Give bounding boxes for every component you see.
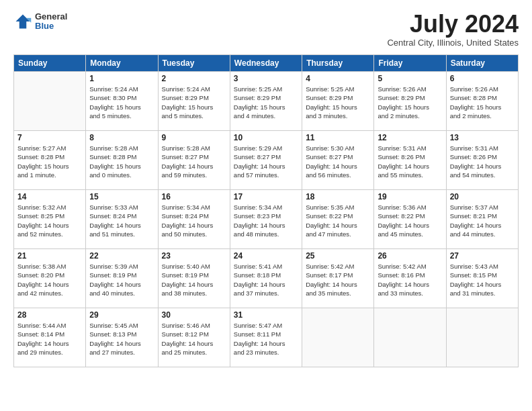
day-info: Sunrise: 5:24 AM Sunset: 8:30 PM Dayligh… xyxy=(89,85,154,120)
day-cell: 16Sunrise: 5:34 AM Sunset: 8:24 PM Dayli… xyxy=(158,190,230,249)
day-cell: 8Sunrise: 5:28 AM Sunset: 8:28 PM Daylig… xyxy=(86,131,158,190)
header: General Blue July 2024 Central City, Ill… xyxy=(13,12,519,48)
day-cell: 7Sunrise: 5:27 AM Sunset: 8:28 PM Daylig… xyxy=(14,131,86,190)
day-cell: 25Sunrise: 5:42 AM Sunset: 8:17 PM Dayli… xyxy=(302,249,374,308)
day-cell: 3Sunrise: 5:25 AM Sunset: 8:29 PM Daylig… xyxy=(230,72,302,131)
day-info: Sunrise: 5:38 AM Sunset: 8:20 PM Dayligh… xyxy=(17,262,82,298)
day-info: Sunrise: 5:32 AM Sunset: 8:25 PM Dayligh… xyxy=(17,203,82,238)
header-wednesday: Wednesday xyxy=(230,55,302,72)
logo-blue: Blue xyxy=(35,21,67,31)
day-cell: 6Sunrise: 5:26 AM Sunset: 8:28 PM Daylig… xyxy=(446,72,518,131)
day-info: Sunrise: 5:39 AM Sunset: 8:19 PM Dayligh… xyxy=(89,262,154,298)
svg-marker-0 xyxy=(16,15,30,29)
day-info: Sunrise: 5:42 AM Sunset: 8:16 PM Dayligh… xyxy=(378,262,442,298)
day-cell: 5Sunrise: 5:26 AM Sunset: 8:29 PM Daylig… xyxy=(374,72,446,131)
day-info: Sunrise: 5:33 AM Sunset: 8:24 PM Dayligh… xyxy=(89,203,154,238)
day-number: 1 xyxy=(89,74,154,83)
calendar-page: General Blue July 2024 Central City, Ill… xyxy=(0,0,532,411)
day-number: 19 xyxy=(378,192,442,201)
day-number: 11 xyxy=(306,133,370,142)
day-info: Sunrise: 5:31 AM Sunset: 8:26 PM Dayligh… xyxy=(450,144,515,179)
day-number: 3 xyxy=(234,74,298,83)
day-info: Sunrise: 5:27 AM Sunset: 8:28 PM Dayligh… xyxy=(17,144,82,179)
day-number: 15 xyxy=(89,192,154,201)
day-info: Sunrise: 5:28 AM Sunset: 8:27 PM Dayligh… xyxy=(162,144,226,179)
logo-general: General xyxy=(35,12,67,21)
day-number: 5 xyxy=(378,74,442,83)
day-number: 7 xyxy=(17,133,82,142)
day-number: 23 xyxy=(162,251,226,261)
day-number: 27 xyxy=(450,251,515,261)
day-cell xyxy=(374,308,446,367)
day-cell xyxy=(446,308,518,367)
day-info: Sunrise: 5:47 AM Sunset: 8:11 PM Dayligh… xyxy=(234,321,298,357)
day-cell: 14Sunrise: 5:32 AM Sunset: 8:25 PM Dayli… xyxy=(14,190,86,249)
day-cell: 22Sunrise: 5:39 AM Sunset: 8:19 PM Dayli… xyxy=(86,249,158,308)
logo: General Blue xyxy=(13,12,67,32)
day-cell: 29Sunrise: 5:45 AM Sunset: 8:13 PM Dayli… xyxy=(86,308,158,367)
day-info: Sunrise: 5:26 AM Sunset: 8:29 PM Dayligh… xyxy=(378,85,442,120)
day-cell: 26Sunrise: 5:42 AM Sunset: 8:16 PM Dayli… xyxy=(374,249,446,308)
day-info: Sunrise: 5:25 AM Sunset: 8:29 PM Dayligh… xyxy=(234,85,298,120)
header-tuesday: Tuesday xyxy=(158,55,230,72)
calendar-table: SundayMondayTuesdayWednesdayThursdayFrid… xyxy=(13,54,519,367)
day-info: Sunrise: 5:40 AM Sunset: 8:19 PM Dayligh… xyxy=(162,262,226,298)
logo-icon xyxy=(13,12,32,31)
day-number: 25 xyxy=(306,251,370,261)
day-info: Sunrise: 5:45 AM Sunset: 8:13 PM Dayligh… xyxy=(89,321,154,357)
location: Central City, Illinois, United States xyxy=(387,38,519,48)
header-friday: Friday xyxy=(374,55,446,72)
day-cell: 24Sunrise: 5:41 AM Sunset: 8:18 PM Dayli… xyxy=(230,249,302,308)
day-info: Sunrise: 5:28 AM Sunset: 8:28 PM Dayligh… xyxy=(89,144,154,179)
day-number: 12 xyxy=(378,133,442,142)
day-info: Sunrise: 5:41 AM Sunset: 8:18 PM Dayligh… xyxy=(234,262,298,298)
day-cell xyxy=(14,72,86,131)
day-number: 4 xyxy=(306,74,370,83)
day-cell: 4Sunrise: 5:25 AM Sunset: 8:29 PM Daylig… xyxy=(302,72,374,131)
day-info: Sunrise: 5:34 AM Sunset: 8:23 PM Dayligh… xyxy=(234,203,298,238)
logo-text: General Blue xyxy=(35,12,67,32)
week-row-2: 7Sunrise: 5:27 AM Sunset: 8:28 PM Daylig… xyxy=(14,131,519,190)
day-info: Sunrise: 5:31 AM Sunset: 8:26 PM Dayligh… xyxy=(378,144,442,179)
day-cell: 23Sunrise: 5:40 AM Sunset: 8:19 PM Dayli… xyxy=(158,249,230,308)
week-row-4: 21Sunrise: 5:38 AM Sunset: 8:20 PM Dayli… xyxy=(14,249,519,308)
day-cell: 15Sunrise: 5:33 AM Sunset: 8:24 PM Dayli… xyxy=(86,190,158,249)
day-info: Sunrise: 5:29 AM Sunset: 8:27 PM Dayligh… xyxy=(234,144,298,179)
day-cell: 2Sunrise: 5:24 AM Sunset: 8:29 PM Daylig… xyxy=(158,72,230,131)
day-cell: 20Sunrise: 5:37 AM Sunset: 8:21 PM Dayli… xyxy=(446,190,518,249)
day-number: 30 xyxy=(162,310,226,320)
day-number: 21 xyxy=(17,251,82,261)
header-row: SundayMondayTuesdayWednesdayThursdayFrid… xyxy=(14,55,519,72)
day-info: Sunrise: 5:37 AM Sunset: 8:21 PM Dayligh… xyxy=(450,203,515,238)
week-row-3: 14Sunrise: 5:32 AM Sunset: 8:25 PM Dayli… xyxy=(14,190,519,249)
day-info: Sunrise: 5:25 AM Sunset: 8:29 PM Dayligh… xyxy=(306,85,370,120)
day-number: 28 xyxy=(17,310,82,320)
day-info: Sunrise: 5:46 AM Sunset: 8:12 PM Dayligh… xyxy=(162,321,226,357)
day-cell: 21Sunrise: 5:38 AM Sunset: 8:20 PM Dayli… xyxy=(14,249,86,308)
header-sunday: Sunday xyxy=(14,55,86,72)
day-number: 24 xyxy=(234,251,298,261)
header-monday: Monday xyxy=(86,55,158,72)
day-info: Sunrise: 5:24 AM Sunset: 8:29 PM Dayligh… xyxy=(162,85,226,120)
day-info: Sunrise: 5:44 AM Sunset: 8:14 PM Dayligh… xyxy=(17,321,82,357)
day-number: 6 xyxy=(450,74,515,83)
day-number: 22 xyxy=(89,251,154,261)
day-cell: 17Sunrise: 5:34 AM Sunset: 8:23 PM Dayli… xyxy=(230,190,302,249)
day-cell: 9Sunrise: 5:28 AM Sunset: 8:27 PM Daylig… xyxy=(158,131,230,190)
week-row-5: 28Sunrise: 5:44 AM Sunset: 8:14 PM Dayli… xyxy=(14,308,519,367)
day-info: Sunrise: 5:35 AM Sunset: 8:22 PM Dayligh… xyxy=(306,203,370,238)
day-number: 29 xyxy=(89,310,154,320)
day-cell: 27Sunrise: 5:43 AM Sunset: 8:15 PM Dayli… xyxy=(446,249,518,308)
day-cell: 1Sunrise: 5:24 AM Sunset: 8:30 PM Daylig… xyxy=(86,72,158,131)
day-number: 16 xyxy=(162,192,226,201)
day-cell: 18Sunrise: 5:35 AM Sunset: 8:22 PM Dayli… xyxy=(302,190,374,249)
day-number: 14 xyxy=(17,192,82,201)
day-cell xyxy=(302,308,374,367)
day-number: 8 xyxy=(89,133,154,142)
day-number: 2 xyxy=(162,74,226,83)
day-info: Sunrise: 5:43 AM Sunset: 8:15 PM Dayligh… xyxy=(450,262,515,298)
week-row-1: 1Sunrise: 5:24 AM Sunset: 8:30 PM Daylig… xyxy=(14,72,519,131)
day-number: 26 xyxy=(378,251,442,261)
day-number: 31 xyxy=(234,310,298,320)
day-info: Sunrise: 5:42 AM Sunset: 8:17 PM Dayligh… xyxy=(306,262,370,298)
